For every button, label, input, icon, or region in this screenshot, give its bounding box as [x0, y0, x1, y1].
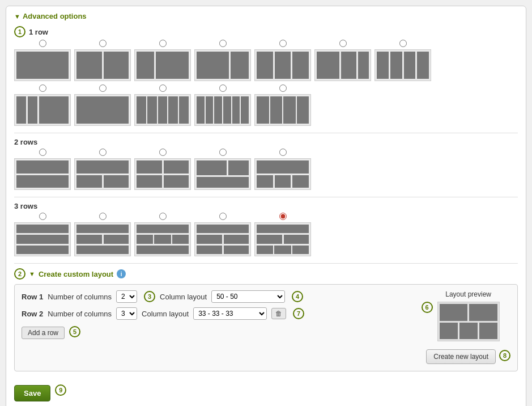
layout-radio-r3l4[interactable] [219, 213, 227, 220]
row-group-label-2rows: 2 rows [14, 138, 518, 146]
layout-option [74, 213, 131, 256]
main-container: ▼ Advanced options 1 1 row [6, 6, 526, 406]
badge-2: 2 [14, 268, 25, 280]
layout-radio-r2l2[interactable] [99, 149, 107, 156]
layout-thumb-r1l8 [14, 94, 71, 126]
badge-4: 4 [292, 291, 303, 302]
badge-8: 8 [499, 350, 510, 361]
preview-cell [469, 304, 497, 321]
layout-radio-r2l4[interactable] [219, 149, 227, 156]
add-row-button[interactable]: Add a row [22, 327, 65, 339]
row2-delete-button[interactable]: 🗑 [271, 308, 286, 319]
row1-num-cols-label: Number of columns [48, 293, 112, 301]
badge-5: 5 [69, 326, 80, 337]
row2-col-layout-label: Column layout [142, 310, 189, 318]
layout-radio-r1l4[interactable] [219, 40, 227, 47]
layout-radio-r1l2[interactable] [99, 40, 107, 47]
advanced-options-header: ▼ Advanced options [14, 12, 518, 20]
layout-option [14, 213, 71, 256]
layout-thumb-r2l4 [194, 158, 251, 190]
layout-radio-r1l12[interactable] [279, 84, 287, 92]
row-group-1row: 1 1 row [14, 26, 518, 126]
layout-thumb-r2l2 [74, 158, 131, 190]
layout-radio-r2l5[interactable] [279, 149, 287, 156]
layout-option [134, 40, 191, 81]
custom-layout-section-header: 2 ▼ Create custom layout i [14, 268, 518, 280]
layout-radio-r1l1[interactable] [39, 40, 46, 47]
layouts-grid-1row-line1 [14, 40, 518, 81]
layout-radio-r2l1[interactable] [39, 149, 46, 156]
layout-option [194, 213, 251, 256]
add-row-area: Add a row 5 [22, 324, 420, 339]
layout-thumb-r1l12 [254, 94, 311, 126]
layouts-grid-3rows [14, 213, 518, 256]
layout-thumb-r1l9 [74, 94, 131, 126]
row-group-label-1row: 1 1 row [14, 26, 518, 37]
layout-option [14, 40, 71, 81]
layout-option [254, 213, 311, 256]
row1-num-cols-select[interactable]: 2 1 3 4 [116, 290, 137, 303]
layout-radio-r3l5[interactable] [279, 213, 287, 220]
layout-option [74, 84, 131, 126]
create-layout-btn-area: Create new layout 8 [426, 347, 510, 364]
layout-radio-r1l7[interactable] [399, 40, 407, 47]
layout-option [314, 40, 371, 81]
row-config-2: Row 2 Number of columns 3 1 2 4 Column l… [22, 307, 420, 320]
row1-col-layout-select[interactable]: 50 - 50 30 - 70 70 - 30 25 - 75 75 - 25 [211, 290, 285, 303]
save-button[interactable]: Save [14, 385, 50, 401]
badge-6: 6 [422, 302, 433, 313]
layout-option [194, 40, 251, 81]
layout-radio-r2l3[interactable] [159, 149, 167, 156]
info-icon[interactable]: i [117, 269, 126, 278]
layout-option [254, 84, 311, 126]
layout-radio-r3l2[interactable] [99, 213, 107, 220]
layout-option [74, 40, 131, 81]
preview-thumb [437, 302, 500, 341]
layout-thumb-r3l2 [74, 222, 131, 256]
badge-7: 7 [293, 308, 304, 319]
layout-thumb-r1l4 [194, 49, 251, 81]
preview-cell [440, 304, 468, 321]
badge-9: 9 [55, 384, 66, 396]
layout-radio-r1l11[interactable] [219, 84, 227, 92]
row2-col-layout-select[interactable]: 33 - 33 - 33 25 - 50 - 25 50 - 25 - 25 2… [193, 307, 267, 320]
layout-option [14, 149, 71, 190]
layout-radio-r3l1[interactable] [39, 213, 46, 220]
layout-option [194, 84, 251, 126]
layout-thumb-r2l5 [254, 158, 311, 190]
layout-option [374, 40, 431, 81]
collapse-arrow[interactable]: ▼ [14, 13, 20, 20]
layout-thumb-r1l10 [134, 94, 191, 126]
layout-radio-r1l5[interactable] [279, 40, 287, 47]
layout-thumb-r1l3 [134, 49, 191, 81]
layout-option [254, 40, 311, 81]
row2-num-cols-label: Number of columns [48, 310, 112, 318]
layout-thumb-r1l11 [194, 94, 251, 126]
custom-layout-section: Row 1 Number of columns 2 1 3 4 3 Column… [14, 284, 518, 371]
layout-option [134, 84, 191, 126]
layout-thumb-r1l2 [74, 49, 131, 81]
layout-thumb-r1l5 [254, 49, 311, 81]
layout-radio-r1l6[interactable] [339, 40, 347, 47]
row2-num-cols-select[interactable]: 3 1 2 4 [116, 307, 137, 320]
layout-thumb-r1l6 [314, 49, 371, 81]
create-layout-button[interactable]: Create new layout [426, 349, 496, 364]
layout-radio-r3l3[interactable] [159, 213, 167, 220]
layout-radio-r1l3[interactable] [159, 40, 167, 47]
badge-3: 3 [144, 291, 155, 302]
layout-thumb-r2l3 [134, 158, 191, 190]
layouts-grid-2rows [14, 149, 518, 190]
layout-thumb-r1l7 [374, 49, 431, 81]
layout-radio-r1l10[interactable] [159, 84, 167, 92]
layout-option [134, 149, 191, 190]
layout-option [254, 149, 311, 190]
custom-collapse-arrow[interactable]: ▼ [29, 270, 35, 277]
row1-label: Row 1 [22, 293, 43, 301]
layout-option [194, 149, 251, 190]
layout-option [134, 213, 191, 256]
badge-1: 1 [14, 26, 25, 37]
row-group-label-3rows: 3 rows [14, 202, 518, 210]
preview-cell [459, 323, 478, 340]
layout-radio-r1l9[interactable] [99, 84, 107, 92]
layout-radio-r1l8[interactable] [39, 84, 46, 92]
